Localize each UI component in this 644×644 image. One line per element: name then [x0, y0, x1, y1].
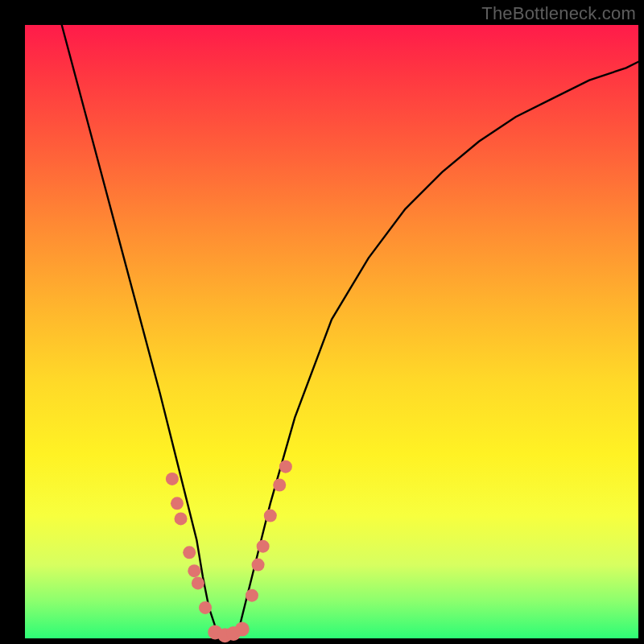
plot-area [25, 25, 638, 638]
data-marker [257, 540, 270, 553]
data-marker [171, 497, 184, 510]
data-marker [192, 576, 204, 589]
marker-layer [166, 460, 292, 643]
watermark-text: TheBottleneck.com [481, 3, 636, 24]
data-marker [235, 622, 250, 637]
data-marker [252, 559, 265, 572]
data-marker [175, 512, 188, 525]
bottleneck-curve [62, 25, 638, 638]
data-marker [273, 479, 286, 492]
curve-layer [62, 25, 638, 638]
data-marker [246, 589, 258, 602]
data-marker [188, 564, 200, 577]
data-marker [279, 460, 292, 473]
chart-svg [25, 25, 638, 638]
data-marker [264, 510, 277, 522]
chart-frame: TheBottleneck.com [0, 0, 644, 644]
data-marker [183, 546, 196, 559]
data-marker [199, 601, 212, 614]
data-marker [166, 473, 179, 485]
